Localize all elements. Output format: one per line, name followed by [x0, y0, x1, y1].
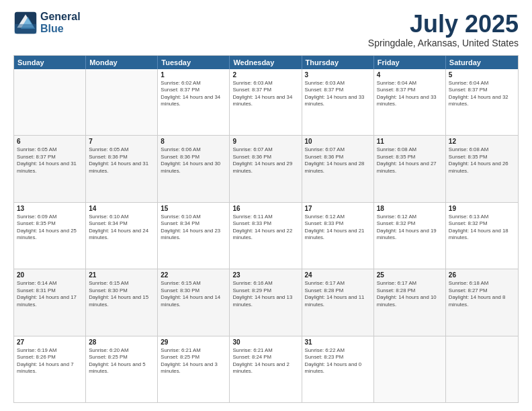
calendar-week-4: 20Sunrise: 6:14 AM Sunset: 8:31 PM Dayli… [14, 269, 518, 336]
day-info: Sunrise: 6:02 AM Sunset: 8:37 PM Dayligh… [161, 80, 226, 108]
weekday-header-saturday: Saturday [446, 56, 518, 69]
day-number: 30 [232, 338, 298, 346]
day-number: 8 [161, 138, 226, 145]
calendar-day-13: 13Sunrise: 6:09 AM Sunset: 8:35 PM Dayli… [14, 203, 86, 269]
day-info: Sunrise: 6:10 AM Sunset: 8:34 PM Dayligh… [89, 214, 154, 242]
day-info: Sunrise: 6:09 AM Sunset: 8:35 PM Dayligh… [17, 214, 83, 242]
day-number: 7 [89, 138, 154, 145]
calendar-day-11: 11Sunrise: 6:08 AM Sunset: 8:35 PM Dayli… [374, 136, 446, 201]
calendar-day-12: 12Sunrise: 6:08 AM Sunset: 8:35 PM Dayli… [446, 136, 518, 201]
day-info: Sunrise: 6:07 AM Sunset: 8:36 PM Dayligh… [305, 146, 371, 175]
calendar-day-27: 27Sunrise: 6:19 AM Sunset: 8:26 PM Dayli… [14, 336, 86, 402]
svg-rect-3 [15, 24, 36, 34]
day-number: 17 [305, 205, 371, 212]
calendar-day-6: 6Sunrise: 6:05 AM Sunset: 8:37 PM Daylig… [14, 136, 86, 201]
weekday-header-wednesday: Wednesday [230, 56, 302, 69]
day-info: Sunrise: 6:15 AM Sunset: 8:30 PM Dayligh… [89, 280, 154, 308]
calendar-day-30: 30Sunrise: 6:21 AM Sunset: 8:24 PM Dayli… [230, 336, 302, 402]
day-info: Sunrise: 6:04 AM Sunset: 8:37 PM Dayligh… [377, 80, 443, 108]
day-number: 20 [17, 271, 83, 279]
calendar-day-9: 9Sunrise: 6:07 AM Sunset: 8:36 PM Daylig… [230, 136, 302, 201]
calendar-empty-cell [374, 336, 446, 402]
day-info: Sunrise: 6:21 AM Sunset: 8:25 PM Dayligh… [161, 347, 226, 375]
calendar-empty-cell [86, 69, 158, 135]
day-info: Sunrise: 6:03 AM Sunset: 8:37 PM Dayligh… [305, 80, 371, 108]
day-info: Sunrise: 6:03 AM Sunset: 8:37 PM Dayligh… [232, 80, 298, 108]
calendar-week-3: 13Sunrise: 6:09 AM Sunset: 8:35 PM Dayli… [14, 203, 518, 269]
day-info: Sunrise: 6:15 AM Sunset: 8:30 PM Dayligh… [161, 280, 226, 308]
logo-icon [13, 11, 38, 35]
calendar-week-2: 6Sunrise: 6:05 AM Sunset: 8:37 PM Daylig… [14, 136, 518, 202]
day-number: 6 [17, 138, 83, 145]
day-number: 19 [449, 205, 515, 212]
day-info: Sunrise: 6:18 AM Sunset: 8:27 PM Dayligh… [449, 280, 515, 308]
day-number: 31 [305, 338, 371, 346]
calendar-day-19: 19Sunrise: 6:13 AM Sunset: 8:32 PM Dayli… [446, 203, 518, 269]
calendar-empty-cell [446, 336, 518, 402]
day-info: Sunrise: 6:17 AM Sunset: 8:28 PM Dayligh… [305, 280, 371, 308]
calendar-day-2: 2Sunrise: 6:03 AM Sunset: 8:37 PM Daylig… [230, 69, 302, 135]
day-number: 4 [377, 71, 443, 79]
day-number: 3 [305, 71, 371, 79]
calendar-day-17: 17Sunrise: 6:12 AM Sunset: 8:33 PM Dayli… [302, 203, 374, 269]
day-number: 9 [232, 138, 298, 145]
calendar-week-1: 1Sunrise: 6:02 AM Sunset: 8:37 PM Daylig… [14, 69, 518, 136]
subtitle: Springdale, Arkansas, United States [368, 38, 519, 48]
calendar-day-28: 28Sunrise: 6:20 AM Sunset: 8:25 PM Dayli… [86, 336, 158, 402]
day-info: Sunrise: 6:12 AM Sunset: 8:33 PM Dayligh… [305, 214, 371, 242]
calendar-day-14: 14Sunrise: 6:10 AM Sunset: 8:34 PM Dayli… [86, 203, 158, 269]
day-info: Sunrise: 6:05 AM Sunset: 8:37 PM Dayligh… [17, 146, 83, 175]
header: General Blue July 2025 Springdale, Arkan… [13, 11, 519, 48]
weekday-header-sunday: Sunday [14, 56, 86, 69]
day-info: Sunrise: 6:04 AM Sunset: 8:37 PM Dayligh… [449, 80, 515, 108]
day-number: 27 [17, 338, 83, 346]
day-number: 29 [161, 338, 226, 346]
calendar-week-5: 27Sunrise: 6:19 AM Sunset: 8:26 PM Dayli… [14, 336, 518, 402]
day-number: 15 [161, 205, 226, 212]
calendar-day-25: 25Sunrise: 6:17 AM Sunset: 8:28 PM Dayli… [374, 269, 446, 335]
day-number: 2 [232, 71, 298, 79]
calendar-day-20: 20Sunrise: 6:14 AM Sunset: 8:31 PM Dayli… [14, 269, 86, 335]
calendar-day-22: 22Sunrise: 6:15 AM Sunset: 8:30 PM Dayli… [158, 269, 230, 335]
day-number: 24 [305, 271, 371, 279]
calendar-day-4: 4Sunrise: 6:04 AM Sunset: 8:37 PM Daylig… [374, 69, 446, 135]
day-info: Sunrise: 6:08 AM Sunset: 8:35 PM Dayligh… [449, 146, 515, 175]
page: General Blue July 2025 Springdale, Arkan… [0, 0, 532, 411]
day-info: Sunrise: 6:22 AM Sunset: 8:23 PM Dayligh… [305, 347, 371, 375]
day-info: Sunrise: 6:06 AM Sunset: 8:36 PM Dayligh… [161, 146, 226, 175]
day-number: 18 [377, 205, 443, 212]
day-info: Sunrise: 6:10 AM Sunset: 8:34 PM Dayligh… [161, 214, 226, 242]
day-number: 26 [449, 271, 515, 279]
calendar-day-1: 1Sunrise: 6:02 AM Sunset: 8:37 PM Daylig… [158, 69, 230, 135]
day-info: Sunrise: 6:13 AM Sunset: 8:32 PM Dayligh… [449, 214, 515, 242]
calendar-day-7: 7Sunrise: 6:05 AM Sunset: 8:36 PM Daylig… [86, 136, 158, 201]
day-number: 23 [232, 271, 298, 279]
day-number: 11 [377, 138, 443, 145]
calendar-day-15: 15Sunrise: 6:10 AM Sunset: 8:34 PM Dayli… [158, 203, 230, 269]
day-number: 16 [232, 205, 298, 212]
day-info: Sunrise: 6:07 AM Sunset: 8:36 PM Dayligh… [232, 146, 298, 175]
title-block: July 2025 Springdale, Arkansas, United S… [368, 11, 519, 48]
day-info: Sunrise: 6:14 AM Sunset: 8:31 PM Dayligh… [17, 280, 83, 308]
logo-text: General Blue [40, 11, 81, 34]
calendar-day-18: 18Sunrise: 6:12 AM Sunset: 8:32 PM Dayli… [374, 203, 446, 269]
day-info: Sunrise: 6:16 AM Sunset: 8:29 PM Dayligh… [232, 280, 298, 308]
day-info: Sunrise: 6:08 AM Sunset: 8:35 PM Dayligh… [377, 146, 443, 175]
main-title: July 2025 [368, 11, 519, 38]
calendar-day-29: 29Sunrise: 6:21 AM Sunset: 8:25 PM Dayli… [158, 336, 230, 402]
calendar-day-3: 3Sunrise: 6:03 AM Sunset: 8:37 PM Daylig… [302, 69, 374, 135]
calendar-header: SundayMondayTuesdayWednesdayThursdayFrid… [14, 56, 518, 69]
day-info: Sunrise: 6:20 AM Sunset: 8:25 PM Dayligh… [89, 347, 154, 375]
logo: General Blue [13, 11, 81, 35]
calendar-day-31: 31Sunrise: 6:22 AM Sunset: 8:23 PM Dayli… [302, 336, 374, 402]
day-number: 5 [449, 71, 515, 79]
calendar-day-26: 26Sunrise: 6:18 AM Sunset: 8:27 PM Dayli… [446, 269, 518, 335]
day-number: 13 [17, 205, 83, 212]
weekday-header-thursday: Thursday [302, 56, 374, 69]
calendar-day-16: 16Sunrise: 6:11 AM Sunset: 8:33 PM Dayli… [230, 203, 302, 269]
day-info: Sunrise: 6:21 AM Sunset: 8:24 PM Dayligh… [232, 347, 298, 375]
calendar-day-5: 5Sunrise: 6:04 AM Sunset: 8:37 PM Daylig… [446, 69, 518, 135]
calendar: SundayMondayTuesdayWednesdayThursdayFrid… [13, 55, 519, 403]
day-info: Sunrise: 6:12 AM Sunset: 8:32 PM Dayligh… [377, 214, 443, 242]
calendar-day-24: 24Sunrise: 6:17 AM Sunset: 8:28 PM Dayli… [302, 269, 374, 335]
